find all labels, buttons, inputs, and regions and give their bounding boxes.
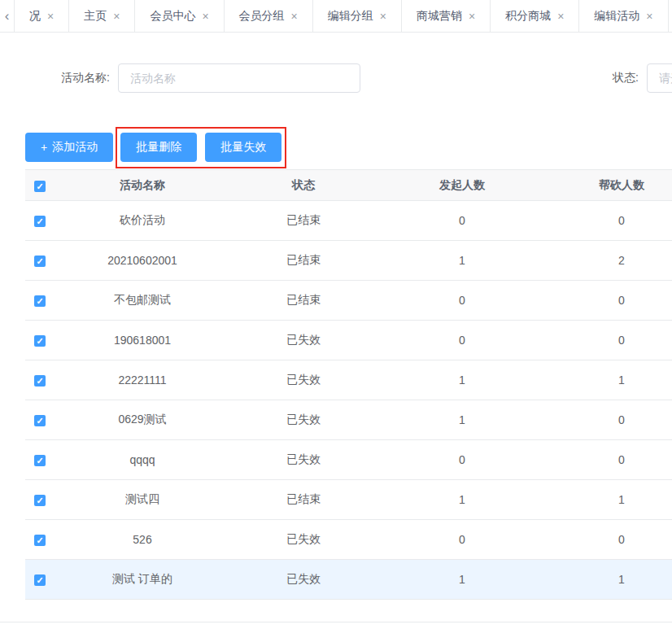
row-checkbox[interactable]: ✓: [34, 335, 46, 347]
cell-activity-name: 0629测试: [55, 400, 230, 440]
row-checkbox[interactable]: ✓: [34, 535, 46, 546]
cell-initiators: 1: [377, 400, 548, 440]
tab[interactable]: 编辑分组 ×: [313, 0, 402, 32]
cell-activity-name: 测试四: [55, 480, 230, 520]
table-row: ✓ qqqq 已失效 0 0: [25, 440, 672, 480]
cell-status: 已失效: [230, 400, 377, 440]
tab-close-icon[interactable]: ×: [380, 11, 386, 22]
table-row: ✓ 测试四 已结束 1 1: [25, 480, 672, 520]
cell-activity-name: 20210602001: [55, 241, 230, 281]
row-checkbox[interactable]: ✓: [34, 455, 46, 466]
cell-helpers: 0: [548, 281, 672, 321]
plus-icon: +: [41, 141, 47, 154]
activity-name-label: 活动名称:: [61, 71, 110, 85]
tab-list: 况 × 主页 × 会员中心 × 会员分组 × 编辑分组 × 商城营销 × 积分商…: [15, 0, 672, 32]
cell-activity-name: 不包邮测试: [55, 281, 230, 321]
tab[interactable]: 会员分组 ×: [225, 0, 313, 32]
cell-helpers: 0: [548, 520, 672, 560]
cell-status: 已结束: [230, 281, 377, 321]
tab-label: 会员分组: [239, 9, 285, 24]
table-row: ✓ 22221111 已失效 1 1: [25, 360, 672, 400]
tab[interactable]: 会员中心 ×: [135, 0, 224, 32]
cell-helpers: 1: [548, 480, 672, 520]
tab[interactable]: 况 ×: [15, 0, 69, 32]
cell-helpers: 0: [548, 400, 672, 440]
cell-initiators: 0: [377, 440, 548, 480]
cell-status: 已结束: [230, 480, 377, 520]
cell-status: 已失效: [230, 560, 377, 600]
table-header-row: ✓ 活动名称 状态 发起人数 帮砍人数: [25, 170, 672, 201]
tab-scroll-left-icon[interactable]: ‹: [0, 0, 15, 32]
row-checkbox[interactable]: ✓: [34, 256, 46, 267]
cell-activity-name: 砍价活动: [55, 201, 230, 241]
cell-status: 已失效: [230, 440, 377, 480]
cell-initiators: 0: [377, 321, 548, 360]
table-row: ✓ 不包邮测试 已结束 0 0: [25, 281, 672, 321]
tab-close-icon[interactable]: ×: [202, 11, 208, 22]
table-row: ✓ 0629测试 已失效 1 0: [25, 400, 672, 440]
cell-activity-name: 测试 订单的: [55, 560, 230, 600]
cell-initiators: 1: [377, 560, 548, 600]
toolbar: + 添加活动 批量删除 批量失效: [25, 133, 672, 162]
cell-helpers: 2: [548, 241, 672, 281]
tab-close-icon[interactable]: ×: [291, 11, 298, 22]
add-activity-button[interactable]: + 添加活动: [25, 133, 113, 162]
cell-initiators: 0: [377, 201, 548, 241]
row-checkbox[interactable]: ✓: [34, 574, 46, 586]
tab[interactable]: 商城营销 ×: [402, 0, 491, 32]
cell-helpers: 1: [548, 560, 672, 600]
status-select[interactable]: [647, 63, 672, 93]
tab[interactable]: 编辑活动 ×: [579, 0, 668, 32]
add-activity-label: 添加活动: [52, 140, 98, 155]
status-label: 状态:: [613, 71, 639, 85]
tab-label: 主页: [84, 9, 107, 24]
cell-status: 已结束: [230, 241, 377, 281]
tab-close-icon[interactable]: ×: [557, 11, 564, 22]
batch-delete-button[interactable]: 批量删除: [120, 133, 197, 162]
batch-button-group: 批量删除 批量失效: [119, 133, 283, 162]
cell-status: 已结束: [230, 201, 377, 241]
table-row: ✓ 526 已失效 0 0: [25, 520, 672, 560]
tab[interactable]: 积分商城 ×: [491, 0, 579, 32]
tab-close-icon[interactable]: ×: [113, 11, 120, 22]
row-checkbox[interactable]: ✓: [34, 415, 46, 426]
tab-label: 况: [29, 9, 41, 24]
tab-bar: ‹ 况 × 主页 × 会员中心 × 会员分组 × 编辑分组 × 商城营销 × 积…: [0, 0, 672, 33]
cell-status: 已失效: [230, 321, 377, 360]
cell-initiators: 1: [377, 480, 548, 520]
row-checkbox[interactable]: ✓: [34, 375, 46, 387]
tab-close-icon[interactable]: ×: [646, 11, 652, 22]
cell-status: 已失效: [230, 520, 377, 560]
tab-label: 积分商城: [505, 9, 551, 24]
cell-initiators: 1: [377, 241, 548, 281]
bottom-divider: [0, 622, 672, 622]
cell-initiators: 1: [377, 360, 548, 400]
tab-close-icon[interactable]: ×: [47, 11, 54, 22]
row-checkbox[interactable]: ✓: [34, 216, 46, 227]
cell-initiators: 0: [377, 281, 548, 321]
filter-row: 活动名称: 状态:: [61, 63, 672, 93]
column-header-initiators: 发起人数: [377, 170, 548, 201]
activity-name-input[interactable]: [118, 63, 360, 93]
cell-helpers: 1: [548, 360, 672, 400]
table-row: ✓ 190618001 已失效 0 0: [25, 321, 672, 360]
table-row: ✓ 砍价活动 已结束 0 0: [25, 201, 672, 241]
table-row: ✓ 20210602001 已结束 1 2: [25, 241, 672, 281]
tab-label: 编辑分组: [328, 9, 373, 24]
cell-activity-name: 526: [55, 520, 230, 560]
cell-activity-name: 190618001: [55, 321, 230, 360]
cell-helpers: 0: [548, 321, 672, 360]
table-row: ✓ 测试 订单的 已失效 1 1: [25, 560, 672, 600]
row-checkbox[interactable]: ✓: [34, 495, 46, 506]
tab-close-icon[interactable]: ×: [469, 11, 475, 22]
cell-status: 已失效: [230, 360, 377, 400]
tab-label: 编辑活动: [594, 9, 639, 24]
tab[interactable]: 主页 ×: [69, 0, 135, 32]
select-all-checkbox[interactable]: ✓: [34, 181, 46, 192]
row-checkbox[interactable]: ✓: [34, 295, 46, 307]
cell-activity-name: qqqq: [55, 440, 230, 480]
activity-table: ✓ 活动名称 状态 发起人数 帮砍人数 ✓ 砍价活动 已结束 0 0 ✓ 202…: [25, 169, 672, 600]
batch-invalid-button[interactable]: 批量失效: [205, 133, 281, 162]
status-filter-group: 状态:: [613, 63, 672, 93]
column-header-status: 状态: [230, 170, 377, 201]
